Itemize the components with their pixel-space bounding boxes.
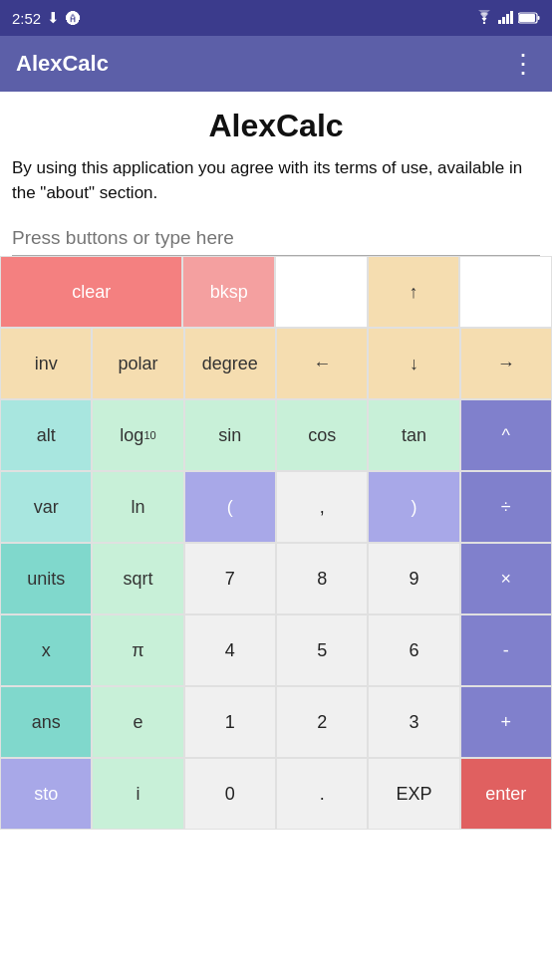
svg-rect-1 bbox=[498, 20, 501, 24]
bksp-button[interactable]: bksp bbox=[182, 256, 275, 328]
sto-button[interactable]: sto bbox=[0, 758, 92, 830]
calculator-grid: clear bksp ↑ inv polar degree ← ↓ → alt … bbox=[0, 256, 552, 830]
tan-button[interactable]: tan bbox=[368, 399, 459, 471]
0-button[interactable]: 0 bbox=[184, 758, 276, 830]
status-time: 2:52 bbox=[12, 10, 41, 27]
close-paren-button[interactable]: ) bbox=[368, 471, 459, 543]
5-button[interactable]: 5 bbox=[276, 614, 368, 686]
units-button[interactable]: units bbox=[0, 543, 92, 614]
i-button[interactable]: i bbox=[92, 758, 183, 830]
degree-button[interactable]: degree bbox=[184, 328, 276, 399]
svg-point-0 bbox=[483, 21, 485, 23]
download-icon: ⬇ bbox=[47, 9, 60, 27]
app-logo: AlexCalc bbox=[12, 108, 540, 144]
battery-icon bbox=[518, 10, 540, 27]
subtract-button[interactable]: - bbox=[460, 614, 552, 686]
svg-rect-2 bbox=[502, 17, 505, 24]
status-left: 2:52 ⬇ 🅐 bbox=[12, 9, 81, 27]
var-button[interactable]: var bbox=[0, 471, 92, 543]
ln-button[interactable]: ln bbox=[92, 471, 183, 543]
cos-button[interactable]: cos bbox=[276, 399, 368, 471]
signal-icon bbox=[498, 10, 514, 27]
down-arrow-button[interactable]: ↓ bbox=[368, 328, 459, 399]
alt-button[interactable]: alt bbox=[0, 399, 92, 471]
power-button[interactable]: ^ bbox=[460, 399, 552, 471]
status-right bbox=[474, 10, 540, 27]
divide-button[interactable]: ÷ bbox=[460, 471, 552, 543]
terms-text: By using this application you agree with… bbox=[12, 156, 540, 205]
comma-button[interactable]: , bbox=[276, 471, 368, 543]
calc-row-8: sto i 0 . EXP enter bbox=[0, 758, 552, 830]
polar-button[interactable]: polar bbox=[92, 328, 183, 399]
wifi-icon bbox=[474, 10, 494, 27]
2-button[interactable]: 2 bbox=[276, 686, 368, 758]
exp-button[interactable]: EXP bbox=[368, 758, 459, 830]
calc-row-4: var ln ( , ) ÷ bbox=[0, 471, 552, 543]
clear-button[interactable]: clear bbox=[0, 256, 182, 328]
sqrt-button[interactable]: sqrt bbox=[92, 543, 183, 614]
e-button[interactable]: e bbox=[92, 686, 183, 758]
svg-rect-3 bbox=[506, 14, 509, 24]
add-button[interactable]: + bbox=[460, 686, 552, 758]
enter-button[interactable]: enter bbox=[460, 758, 552, 830]
app-bar-title: AlexCalc bbox=[16, 51, 109, 77]
sin-button[interactable]: sin bbox=[184, 399, 276, 471]
decimal-button[interactable]: . bbox=[276, 758, 368, 830]
calc-row-1: clear bksp ↑ bbox=[0, 256, 552, 328]
empty-button-1 bbox=[275, 256, 368, 328]
status-bar: 2:52 ⬇ 🅐 bbox=[0, 0, 552, 36]
open-paren-button[interactable]: ( bbox=[184, 471, 276, 543]
multiply-button[interactable]: × bbox=[460, 543, 552, 614]
log10-button[interactable]: log10 bbox=[92, 399, 183, 471]
7-button[interactable]: 7 bbox=[184, 543, 276, 614]
left-arrow-button[interactable]: ← bbox=[276, 328, 368, 399]
calc-row-6: x π 4 5 6 - bbox=[0, 614, 552, 686]
svg-rect-7 bbox=[538, 16, 540, 20]
pi-button[interactable]: π bbox=[92, 614, 183, 686]
calc-row-3: alt log10 sin cos tan ^ bbox=[0, 399, 552, 471]
calc-row-7: ans e 1 2 3 + bbox=[0, 686, 552, 758]
ans-button[interactable]: ans bbox=[0, 686, 92, 758]
x-button[interactable]: x bbox=[0, 614, 92, 686]
main-content: AlexCalc By using this application you a… bbox=[0, 92, 552, 256]
svg-rect-4 bbox=[510, 11, 513, 24]
app-bar-menu-button[interactable]: ⋮ bbox=[510, 49, 536, 80]
calc-row-2: inv polar degree ← ↓ → bbox=[0, 328, 552, 399]
8-button[interactable]: 8 bbox=[276, 543, 368, 614]
inv-button[interactable]: inv bbox=[0, 328, 92, 399]
empty-button-2 bbox=[459, 256, 552, 328]
4-button[interactable]: 4 bbox=[184, 614, 276, 686]
up-arrow-button[interactable]: ↑ bbox=[368, 256, 460, 328]
3-button[interactable]: 3 bbox=[368, 686, 459, 758]
app-bar: AlexCalc ⋮ bbox=[0, 36, 552, 92]
expression-input[interactable] bbox=[12, 221, 540, 256]
1-button[interactable]: 1 bbox=[184, 686, 276, 758]
svg-rect-6 bbox=[519, 14, 535, 22]
accessibility-icon: 🅐 bbox=[66, 10, 81, 27]
9-button[interactable]: 9 bbox=[368, 543, 459, 614]
right-arrow-button[interactable]: → bbox=[460, 328, 552, 399]
6-button[interactable]: 6 bbox=[368, 614, 459, 686]
calc-row-5: units sqrt 7 8 9 × bbox=[0, 543, 552, 614]
